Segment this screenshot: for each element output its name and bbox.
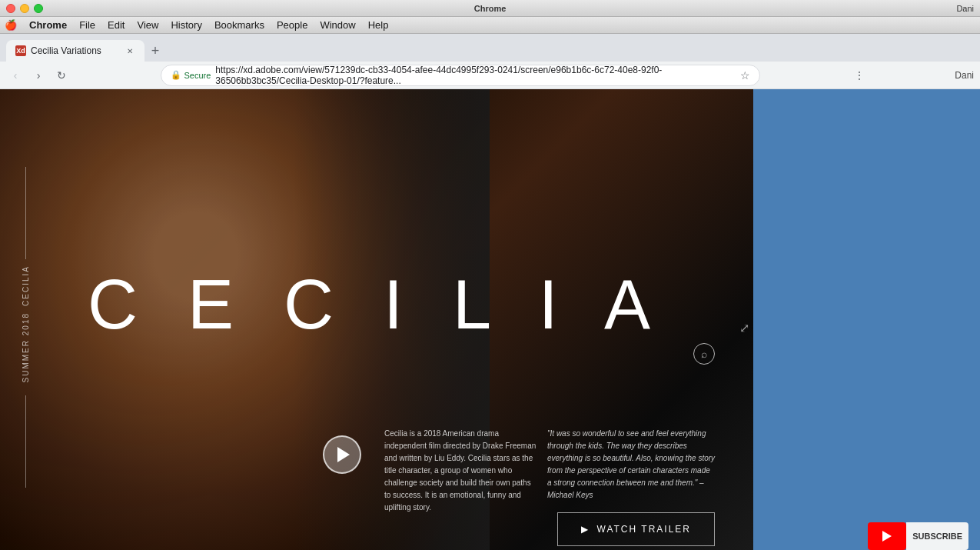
side-line-bottom <box>25 395 26 488</box>
secure-label: Secure <box>184 71 211 80</box>
tab-favicon: Xd <box>15 45 26 56</box>
menu-bookmarks[interactable]: Bookmarks <box>214 19 264 31</box>
side-text-year: SUMMER 2018 <box>22 312 30 382</box>
minimize-button[interactable] <box>20 4 29 13</box>
youtube-icon[interactable] <box>868 522 906 550</box>
search-icon[interactable]: ⌕ <box>693 343 715 365</box>
user-name: Dani <box>956 4 974 13</box>
right-panel: SUBSCRIBE <box>753 89 980 550</box>
back-button[interactable]: ‹ <box>6 66 25 85</box>
watch-trailer-label: WATCH TRAILER <box>597 524 691 535</box>
secure-badge: 🔒 Secure <box>171 70 211 80</box>
user-label: Dani <box>956 4 974 13</box>
menu-chrome[interactable]: Chrome <box>29 19 67 31</box>
maximize-button[interactable] <box>34 4 43 13</box>
play-button[interactable] <box>323 435 361 474</box>
url-text: https://xd.adobe.com/view/571239dc-cb33-… <box>215 65 736 86</box>
forward-button[interactable]: › <box>29 66 48 85</box>
menu-view[interactable]: View <box>137 19 158 31</box>
app-menu-bar: 🍎 Chrome File Edit View History Bookmark… <box>0 17 980 34</box>
app-name-label: Chrome <box>474 4 507 13</box>
side-line-top <box>25 167 26 259</box>
hero-title: C E C I L I A <box>88 265 666 344</box>
refresh-button[interactable]: ↻ <box>52 66 71 85</box>
new-tab-button[interactable]: + <box>145 40 166 62</box>
description-left: Cecilia is a 2018 American drama indepen… <box>384 428 538 514</box>
description-right-quote: "It was so wonderful to see and feel eve… <box>547 428 716 502</box>
chrome-address-bar: ‹ › ↻ 🔒 Secure https://xd.adobe.com/view… <box>0 62 980 89</box>
youtube-play-icon <box>882 531 892 542</box>
menu-people[interactable]: People <box>277 19 307 31</box>
tab-close-button[interactable]: ✕ <box>125 45 135 56</box>
youtube-subscribe-widget[interactable]: SUBSCRIBE <box>868 522 968 550</box>
menu-window[interactable]: Window <box>320 19 355 31</box>
apple-menu[interactable]: 🍎 <box>5 19 17 31</box>
side-text-cecilia: CECILIA <box>22 265 30 306</box>
more-options-icon[interactable]: ⋮ <box>854 69 865 82</box>
menu-help[interactable]: Help <box>368 19 389 31</box>
menu-file[interactable]: File <box>79 19 95 31</box>
youtube-subscribe-label[interactable]: SUBSCRIBE <box>906 522 968 550</box>
website-content: CECILIA SUMMER 2018 C E C I L I A ⌕ ⤢ Ce… <box>0 89 753 550</box>
side-label-container: CECILIA SUMMER 2018 <box>22 89 30 550</box>
watch-trailer-button[interactable]: ▶ WATCH TRAILER <box>557 512 715 546</box>
menu-history[interactable]: History <box>171 19 201 31</box>
close-button[interactable] <box>6 4 15 13</box>
os-titlebar: Chrome Dani <box>0 0 980 17</box>
bookmark-star-icon[interactable]: ☆ <box>740 69 750 82</box>
main-content-area: CECILIA SUMMER 2018 C E C I L I A ⌕ ⤢ Ce… <box>0 89 980 550</box>
traffic-lights <box>6 4 43 13</box>
chrome-tab-bar: Xd Cecilia Variations ✕ + <box>0 34 980 62</box>
app-title: Chrome <box>474 4 507 13</box>
user-account-label[interactable]: Dani <box>955 70 974 81</box>
url-bar[interactable]: 🔒 Secure https://xd.adobe.com/view/57123… <box>161 65 760 86</box>
menu-edit[interactable]: Edit <box>108 19 125 31</box>
tab-title: Cecilia Variations <box>31 45 101 56</box>
expand-icon[interactable]: ⤢ <box>739 320 749 335</box>
lock-icon: 🔒 <box>171 70 181 80</box>
active-tab[interactable]: Xd Cecilia Variations ✕ <box>6 40 145 62</box>
play-triangle-icon <box>337 447 350 462</box>
watch-trailer-play-icon: ▶ <box>581 524 590 535</box>
